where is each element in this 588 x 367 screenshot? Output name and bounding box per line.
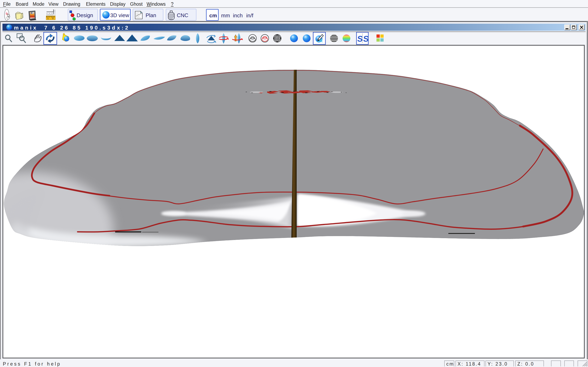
svg-text:1: 1: [47, 17, 49, 20]
svg-text:0: 0: [52, 17, 53, 20]
svg-text:S: S: [363, 34, 369, 43]
